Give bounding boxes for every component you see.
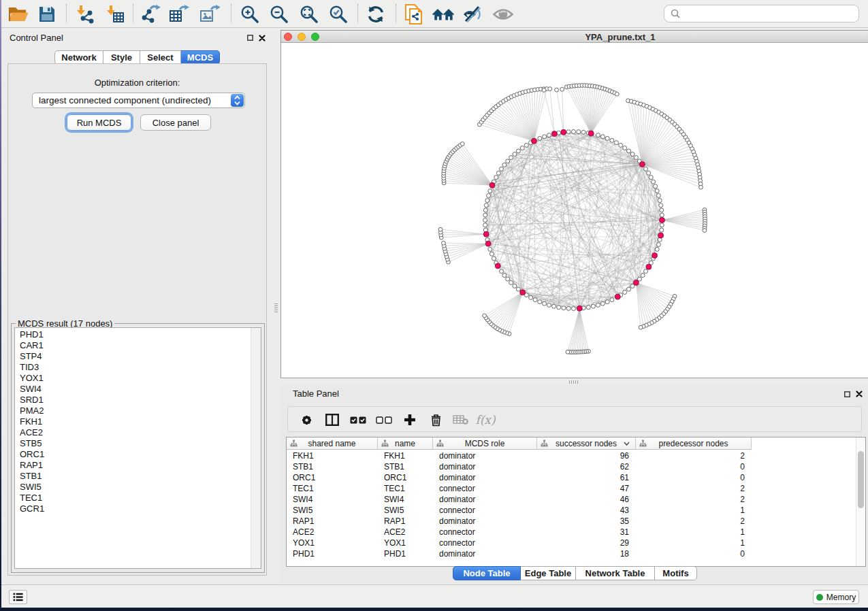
table-row[interactable]: PHD1PHD1dominator180 [287,548,865,559]
table-row[interactable]: ACE2ACE2connector311 [287,527,865,538]
tab-edge-table[interactable]: Edge Table [521,566,576,580]
zoom-selected-icon[interactable] [326,3,349,26]
mcds-result-item[interactable]: TEC1 [15,493,261,503]
close-panel-button[interactable]: Close panel [140,114,211,131]
vertical-splitter[interactable] [272,29,280,584]
mcds-result-item[interactable]: ACE2 [15,427,261,438]
mcds-result-item[interactable]: STP4 [15,351,261,362]
tab-network-table[interactable]: Network Table [576,566,655,580]
settings-icon[interactable] [295,409,317,431]
window-zoom-icon[interactable] [311,33,319,41]
mcds-result-item[interactable]: STB1 [15,471,261,482]
table-row[interactable]: ORC1ORC1dominator610 [287,472,865,483]
column-header-name[interactable]: name [378,437,433,450]
function-builder-label: f(x) [475,413,495,427]
zoom-out-icon[interactable] [267,3,290,26]
table-scrollbar-thumb[interactable] [858,451,864,508]
tab-style[interactable]: Style [103,50,140,65]
table-cell: dominator [433,450,537,461]
apply-layout-icon[interactable] [364,3,387,26]
table-row[interactable]: SWI4SWI4dominator462 [287,494,865,505]
mcds-result-item[interactable]: SRD1 [15,395,261,406]
select-all-icon[interactable] [347,409,369,431]
column-header-predecessor-nodes[interactable]: predecessor nodes [636,437,752,450]
close-panel-icon[interactable] [259,35,266,42]
memory-button[interactable]: Memory [813,590,859,604]
mcds-result-item[interactable]: PHD1 [15,329,261,340]
run-mcds-button[interactable]: Run MCDS [67,114,131,131]
close-panel-icon[interactable] [856,391,863,397]
table-cell: dominator [433,472,537,483]
table-row[interactable]: RAP1RAP1dominator352 [287,516,865,527]
hide-selected-icon[interactable] [462,3,485,26]
table-row[interactable]: FKH1FKH1dominator962 [287,450,865,461]
delete-table-icon[interactable] [450,409,472,431]
task-history-button[interactable] [9,590,27,604]
first-neighbors-icon[interactable] [432,3,455,26]
window-close-icon[interactable] [284,33,292,41]
fit-content-icon[interactable] [297,3,320,26]
horizontal-splitter-handle[interactable] [569,380,579,384]
import-table-icon[interactable] [103,3,127,26]
tab-node-table[interactable]: Node Table [453,566,521,580]
deselect-all-icon[interactable] [373,409,395,431]
search-icon [671,9,680,18]
mcds-result-item[interactable]: YOX1 [15,373,261,384]
clone-network-icon[interactable] [402,3,425,26]
table-row[interactable]: SWI5SWI5connector431 [287,505,865,516]
mcds-result-item[interactable]: ORC1 [15,449,261,460]
tab-network[interactable]: Network [54,50,103,65]
table-row[interactable]: YOX1YOX1connector291 [287,538,865,548]
table-cell: ACE2 [378,527,433,538]
window-minimize-icon[interactable] [298,33,306,41]
import-network-icon[interactable] [74,3,97,26]
mcds-result-item[interactable]: TID3 [15,362,261,373]
tab-motifs[interactable]: Motifs [655,566,697,580]
horizontal-splitter[interactable] [280,378,868,385]
export-image-icon[interactable] [198,3,221,26]
mcds-result-scrollbar[interactable] [251,328,261,568]
function-builder-icon[interactable]: f(x) [475,409,496,431]
network-canvas[interactable] [281,44,868,378]
column-header-successor-nodes[interactable]: successor nodes [537,437,636,450]
table-cell: 0 [636,548,752,559]
open-session-icon[interactable] [7,3,30,26]
search-input[interactable] [684,9,858,18]
mcds-result-item[interactable]: CAR1 [15,340,261,351]
table-row[interactable]: STB1STB1dominator620 [287,461,865,472]
mcds-result-list[interactable]: PHD1CAR1STP4TID3YOX1SWI4SRD1PMA2FKH1ACE2… [14,327,261,569]
mcds-result-item[interactable]: FKH1 [15,416,261,427]
table-cell: SWI4 [287,494,378,505]
export-network-icon[interactable] [140,3,163,26]
criterion-select[interactable]: largest connected component (undirected) [32,93,245,108]
table-cell: 43 [537,505,636,516]
mcds-result-item[interactable]: RAP1 [15,460,261,471]
table-row[interactable]: TEC1TEC1connector472 [287,483,865,494]
add-column-icon[interactable] [399,409,421,431]
table-cell: connector [433,527,537,538]
delete-column-icon[interactable] [425,409,447,431]
mcds-result-item[interactable]: STB5 [15,438,261,449]
column-header-shared-name[interactable]: shared name [287,437,378,450]
show-all-icon[interactable] [492,3,515,26]
split-view-icon[interactable] [321,409,343,431]
mcds-result-group: MCDS result (17 nodes) PHD1CAR1STP4TID3Y… [11,318,265,569]
column-header-MCDS-role[interactable]: MCDS role [433,437,537,450]
mcds-result-item[interactable]: GCR1 [15,503,261,514]
column-label: name [378,439,432,448]
float-panel-icon[interactable] [844,391,850,397]
mcds-result-item[interactable]: SWI5 [15,482,261,493]
search-box[interactable] [664,5,859,22]
control-panel: Control Panel NetworkStyleSelectMCDS Opt… [1,29,272,584]
mcds-result-item[interactable]: SWI4 [15,384,261,395]
tab-mcds[interactable]: MCDS [181,50,220,65]
zoom-in-icon[interactable] [238,3,261,26]
export-table-icon[interactable] [167,3,191,26]
table-cell: SWI5 [378,505,433,516]
table-scrollbar[interactable] [856,437,865,566]
mcds-result-item[interactable]: PMA2 [15,406,261,416]
tab-select[interactable]: Select [140,50,181,65]
vertical-splitter-handle[interactable] [274,303,278,313]
save-session-icon[interactable] [35,3,59,26]
float-panel-icon[interactable] [247,35,253,41]
